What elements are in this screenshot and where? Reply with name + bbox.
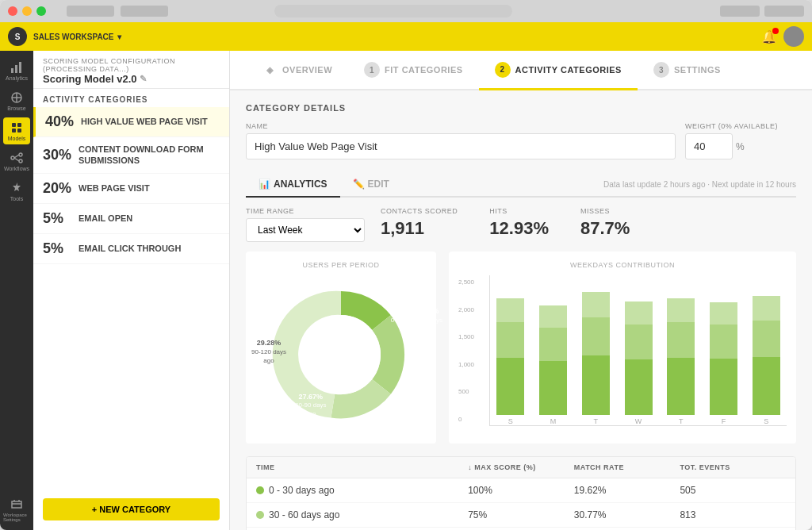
titlebar-btn-1 — [720, 6, 760, 17]
stats-blocks: CONTACTS SCORED 1,911 HITS 12.93% MISSES… — [381, 207, 630, 239]
y-label-1000: 1,000 — [458, 361, 486, 368]
svg-point-8 — [11, 156, 14, 159]
bar-day-2: T — [594, 417, 599, 425]
th-max-score: ↓ MAX SCORE (%) — [468, 463, 574, 471]
svg-point-9 — [19, 153, 22, 156]
donut-title: USERS PER PERIOD — [255, 261, 427, 269]
weight-input[interactable] — [685, 133, 733, 159]
category-pct-2: 20% — [43, 180, 79, 197]
tabs-row: 📊 ANALYTICS ✏️ EDIT Data last update 2 h… — [246, 172, 796, 198]
step-num-1: 1 — [364, 62, 380, 78]
left-panel-header: SCORING MODEL CONFIGURATION (Processing … — [33, 51, 229, 89]
user-avatar[interactable] — [783, 26, 804, 47]
notification-bell[interactable]: 🔔 — [761, 29, 777, 44]
td-matchrate-0: 19.62% — [574, 485, 680, 496]
activity-categories-label: ACTIVITY CATEGORIES — [33, 89, 229, 107]
category-name-3: EMAIL OPEN — [79, 213, 132, 224]
close-btn[interactable] — [8, 6, 17, 16]
svg-point-10 — [19, 159, 22, 163]
notification-badge — [772, 28, 779, 34]
step-num-2: 2 — [495, 62, 511, 78]
misses-label: MISSES — [580, 207, 630, 215]
svg-rect-0 — [11, 68, 13, 73]
bar-day-6: S — [764, 417, 768, 425]
category-item-0[interactable]: 40% HIGH VALUE WEB PAGE VISIT — [33, 107, 229, 137]
name-input[interactable] — [246, 133, 676, 159]
step-nav: ◈ OVERVIEW 1 FIT CATEGORIES 2 ACTIVITY C… — [230, 51, 812, 90]
maximize-btn[interactable] — [36, 6, 46, 16]
brand-name[interactable]: SALES WORKSPACE ▾ — [33, 33, 121, 41]
step-settings[interactable]: 3 SETTINGS — [638, 51, 737, 90]
step-activity-categories[interactable]: 2 ACTIVITY CATEGORIES — [479, 51, 638, 90]
td-maxscore-1: 75% — [468, 509, 574, 520]
category-pct-1: 30% — [43, 147, 79, 163]
tab-edit[interactable]: ✏️ EDIT — [340, 172, 402, 198]
tab-analytics[interactable]: 📊 ANALYTICS — [246, 172, 340, 198]
category-item-4[interactable]: 5% EMAIL CLICK THROUGH — [33, 234, 229, 264]
spacer2 — [121, 6, 168, 17]
y-label-500: 500 — [458, 388, 486, 395]
content-area: CATEGORY DETAILS NAME WEIGHT (0% AVAILAB… — [230, 90, 812, 530]
overview-icon: ◈ — [262, 62, 278, 78]
data-table: TIME ↓ MAX SCORE (%) MATCH RATE TOT. EVE… — [246, 456, 796, 530]
time-range-block: TIME RANGE Last Week — [246, 207, 365, 242]
td-totevents-1: 813 — [680, 509, 786, 520]
titlebar-spacers — [67, 6, 168, 17]
breadcrumb: SCORING MODEL CONFIGURATION (Processing … — [43, 57, 220, 73]
titlebar-right — [720, 6, 804, 17]
svg-rect-6 — [12, 129, 16, 132]
analytics-stats-row: TIME RANGE Last Week CONTACTS SCORED 1,9… — [246, 207, 796, 242]
data-update-info: Data last update 2 hours ago · Next upda… — [603, 180, 796, 189]
bar-day-4: T — [679, 417, 684, 425]
category-name-1: CONTENT DOWNLOAD FORM SUBMISSIONS — [79, 144, 220, 167]
bar-day-0: S — [508, 417, 513, 425]
time-range-select[interactable]: Last Week — [246, 218, 365, 242]
bar-day-3: W — [635, 417, 642, 425]
sidebar-item-workspace[interactable]: Workspace Settings — [3, 497, 30, 524]
spacer1 — [67, 6, 114, 17]
category-item-1[interactable]: 30% CONTENT DOWNLOAD FORM SUBMISSIONS — [33, 137, 229, 174]
category-item-3[interactable]: 5% EMAIL OPEN — [33, 204, 229, 234]
hits-label: HITS — [489, 207, 549, 215]
analytics-tab-icon: 📊 — [259, 179, 270, 190]
donut-section: USERS PER PERIOD — [246, 252, 436, 444]
category-pct-3: 5% — [43, 210, 79, 227]
contacts-scored-value: 1,911 — [381, 218, 458, 239]
scoring-model-title: Scoring Model v2.0 ✎ — [43, 73, 220, 85]
step-fit-categories[interactable]: 1 FIT CATEGORIES — [348, 51, 478, 90]
minimize-btn[interactable] — [22, 6, 32, 16]
bar-section: WEEKDAYS CONTRIBUTION 2,500 2,000 1,500 … — [449, 252, 796, 444]
sidebar-item-analytics[interactable]: Analytics — [3, 57, 30, 84]
td-matchrate-1: 30.77% — [574, 509, 680, 520]
name-weight-row: NAME WEIGHT (0% AVAILABLE) % — [246, 122, 796, 159]
bar-group-0: S — [493, 298, 528, 425]
sidebar-item-workflows[interactable]: Workflows — [3, 148, 30, 175]
bar-chart-title: WEEKDAYS CONTRIBUTION — [458, 261, 787, 269]
edit-model-icon[interactable]: ✎ — [140, 74, 147, 84]
misses-value: 87.7% — [580, 218, 630, 239]
bar-group-5: F — [707, 302, 741, 425]
titlebar-btn-2 — [764, 6, 804, 17]
titlebar-search — [274, 5, 512, 17]
sidebar-item-tools[interactable]: Tools — [3, 178, 30, 205]
category-name-0: HIGH VALUE WEB PAGE VISIT — [81, 116, 208, 127]
th-time: TIME — [256, 463, 468, 471]
table-row-1: 30 - 60 days ago 75% 30.77% 813 — [247, 503, 795, 528]
category-item-2[interactable]: 20% WEB PAGE VISIT — [33, 174, 229, 204]
name-field: NAME — [246, 122, 676, 159]
category-name-4: EMAIL CLICK THROUGH — [79, 243, 181, 254]
bar-group-2: T — [578, 292, 613, 425]
app-window: S SALES WORKSPACE ▾ 🔔 Analytics Browse — [0, 0, 812, 530]
hits-value: 12.93% — [489, 218, 549, 239]
sidebar-item-browse[interactable]: Browse — [3, 87, 30, 114]
svg-rect-1 — [15, 65, 17, 73]
topnav-right: 🔔 — [761, 26, 804, 47]
bar-group-1: M — [536, 305, 571, 425]
sidebar-item-models[interactable]: Models — [3, 117, 30, 144]
contacts-scored-label: CONTACTS SCORED — [381, 207, 458, 215]
step-overview[interactable]: ◈ OVERVIEW — [246, 51, 348, 90]
left-panel: SCORING MODEL CONFIGURATION (Processing … — [33, 51, 230, 530]
category-name-2: WEB PAGE VISIT — [79, 182, 150, 194]
new-category-button[interactable]: + NEW CATEGORY — [43, 498, 220, 520]
table-row-0: 0 - 30 days ago 100% 19.62% 505 — [247, 478, 795, 503]
